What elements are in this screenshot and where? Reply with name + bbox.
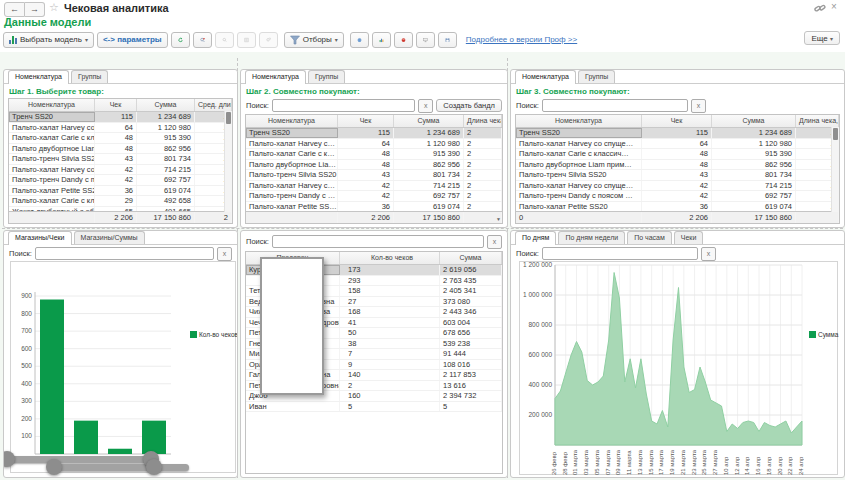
version-link[interactable]: Подробнее о версии Проф >>	[466, 35, 577, 44]
svg-text:300: 300	[21, 397, 32, 404]
tab-by-weekdays[interactable]: По дням недели	[558, 231, 625, 244]
svg-text:700: 700	[21, 327, 32, 334]
tab-nomenclature[interactable]: Номенклатура	[515, 70, 576, 84]
tab-checks[interactable]: Чеки	[674, 231, 704, 244]
x-axis-label: 10 апр	[723, 449, 729, 475]
table-row[interactable]: Пальто двубортное Liam п…48862 9562	[9, 144, 232, 155]
tab-by-days[interactable]: По дням	[515, 231, 556, 245]
tab-groups[interactable]: Группы	[71, 70, 108, 83]
search-input[interactable]	[542, 247, 698, 260]
clear-search-icon[interactable]: x	[487, 235, 502, 249]
tab-groups[interactable]: Группы	[578, 70, 615, 83]
svg-text:500: 500	[21, 362, 32, 369]
search-input[interactable]	[272, 99, 415, 112]
vertical-scrollbar[interactable]	[831, 127, 839, 212]
zoom-prev-button[interactable]	[215, 32, 234, 48]
x-axis-label: 26 февр	[551, 449, 557, 475]
monitor-button[interactable]	[416, 32, 435, 48]
x-axis-label: 23 марта	[691, 449, 697, 475]
favorite-star-icon[interactable]: ☆	[49, 1, 59, 14]
bar-chart-legend: Кол-во чеков	[190, 331, 238, 338]
filters-button[interactable]: Отборы ▾	[284, 32, 344, 48]
chart-button[interactable]	[372, 32, 391, 48]
record-button[interactable]	[394, 32, 413, 48]
table-row[interactable]: Пальто-халат Carie с к…48915 3902	[246, 149, 502, 160]
tab-stores-sums[interactable]: Магазины/Суммы	[74, 231, 145, 244]
clear-search-icon[interactable]: x	[701, 247, 716, 261]
table-row[interactable]: Пальто-тренч Dandy с …42692 7572	[246, 191, 502, 202]
table-row[interactable]: Пальто двубортное Lia…48862 9562	[246, 160, 502, 171]
model-title: Данные модели	[4, 16, 91, 28]
days-search-row: Поиск: x	[511, 245, 721, 261]
table-row[interactable]: Пальто-тренч Silvia SS2043801 7342	[246, 170, 502, 181]
redaction-box	[260, 257, 324, 395]
table-row[interactable]: Тренч SS201151 234 6892	[246, 128, 502, 139]
search-input[interactable]	[542, 99, 688, 112]
search-input[interactable]	[35, 247, 214, 260]
pickup-search-button[interactable]	[193, 32, 212, 48]
tab-nomenclature[interactable]: Номенклатура	[8, 70, 69, 84]
sellers-search-row: Поиск: x	[241, 231, 507, 249]
table-row[interactable]: Пальто-халат Carie с классич…48915 3902	[516, 149, 839, 160]
svg-text:400 000: 400 000	[529, 381, 553, 388]
clear-search-icon[interactable]: x	[418, 99, 433, 113]
tab-groups[interactable]: Группы	[308, 70, 345, 83]
vertical-scrollbar[interactable]	[224, 111, 232, 212]
table-header[interactable]: Номенклатура Чек Сумма Длина чека, средн…	[516, 115, 839, 128]
parameters-button[interactable]: <-> параметры	[97, 32, 168, 48]
table-row[interactable]: Пальто-халат Carie с клас…29492 6582	[9, 196, 232, 207]
table-row[interactable]: Пальто-халат Harvey со спуще…641 120 980…	[516, 139, 839, 150]
x-axis-label: 17 марта	[658, 449, 664, 475]
table-row[interactable]: Пальто-халат Petite SS2036619 0742	[516, 202, 839, 212]
create-bundle-button[interactable]: Создать бандл	[436, 99, 502, 112]
table-row[interactable]: Пальто-тренч Silvia SS2043801 7342	[516, 170, 839, 181]
clear-search-icon[interactable]: x	[691, 99, 706, 113]
bar-chart-canvas: 100200300400500600700800900	[11, 262, 233, 464]
x-axis-label: 05 марта	[594, 449, 600, 475]
diskette-icon	[445, 34, 450, 46]
forward-button[interactable]: →	[25, 2, 45, 17]
zoom-next-button[interactable]	[259, 32, 278, 48]
globe-button[interactable]	[350, 32, 369, 48]
clear-search-icon[interactable]: x	[217, 247, 232, 261]
total-row: 02 20617 150 860	[516, 211, 839, 223]
table-row[interactable]: Жакет двубортный с обтя…65491 6653	[9, 207, 232, 212]
get-link-icon[interactable]	[814, 3, 826, 16]
table-row[interactable]: Пальто-халат Petite SS…36619 0742	[246, 202, 502, 212]
more-button[interactable]: Еще ▾	[804, 31, 840, 45]
table-row[interactable]: Пальто двубортное Liam прим…48862 9562	[516, 160, 839, 171]
select-model-button[interactable]: Выбрать модель ▾	[3, 32, 94, 48]
back-button[interactable]: ←	[4, 2, 25, 17]
table-row[interactable]: Пальто-тренч Dandy с поя…42692 7572	[9, 175, 232, 186]
table-row[interactable]: Пальто-халат Harvey с…42714 2152	[246, 181, 502, 192]
report-button[interactable]	[237, 32, 256, 48]
table-row[interactable]: Пальто-халат Harvey с…641 120 9802	[246, 139, 502, 150]
save-button[interactable]	[438, 32, 457, 48]
table-row[interactable]: Пальто-тренч Dandy с поясом …42692 7572	[516, 191, 839, 202]
tab-by-hours[interactable]: По часам	[627, 231, 672, 244]
x-axis-label: 16 апр	[755, 449, 761, 475]
table-row[interactable]: Иван55	[246, 402, 502, 413]
search-input[interactable]	[272, 235, 484, 248]
x-axis-label: 18 апр	[766, 449, 772, 475]
tab-stores-checks[interactable]: Магазины/Чеки	[8, 231, 72, 245]
step3-table: Номенклатура Чек Сумма Длина чека, средн…	[515, 114, 840, 224]
scroll-down-icon[interactable]: ▼	[496, 216, 501, 222]
close-icon[interactable]: ×	[831, 1, 837, 12]
table-row[interactable]: Пальто-халат Carie с клас…48915 3902	[9, 133, 232, 144]
table-row[interactable]: Тренч SS201151 234 6892	[9, 112, 232, 123]
refresh-button[interactable]	[171, 32, 190, 48]
svg-text:800: 800	[21, 310, 32, 317]
table-row[interactable]: Пальто-халат Petite SS2036619 0742	[9, 186, 232, 197]
horizontal-splitter[interactable]	[2, 228, 843, 229]
table-header[interactable]: Номенклатура Чек Сумма Сред. длина чек	[9, 99, 232, 112]
table-row[interactable]: Пальто-халат Harvey со спуще…42714 2152	[516, 181, 839, 192]
bar-chart-color-icon	[379, 34, 384, 46]
table-header[interactable]: Номенклатура Чек Сумма Длина чека, средн…	[246, 115, 502, 128]
table-row[interactable]: Пальто-халат Harvey со сп…42714 2152	[9, 165, 232, 176]
table-row[interactable]: Пальто-тренч Silvia SS2043801 7342	[9, 154, 232, 165]
table-row[interactable]: Тренч SS201151 234 6892	[516, 128, 839, 139]
tab-nomenclature[interactable]: Номенклатура	[245, 70, 306, 84]
magnifier-arrow-gray-icon	[266, 34, 271, 46]
table-row[interactable]: Пальто-халат Harvey со сп…641 120 9802	[9, 123, 232, 134]
